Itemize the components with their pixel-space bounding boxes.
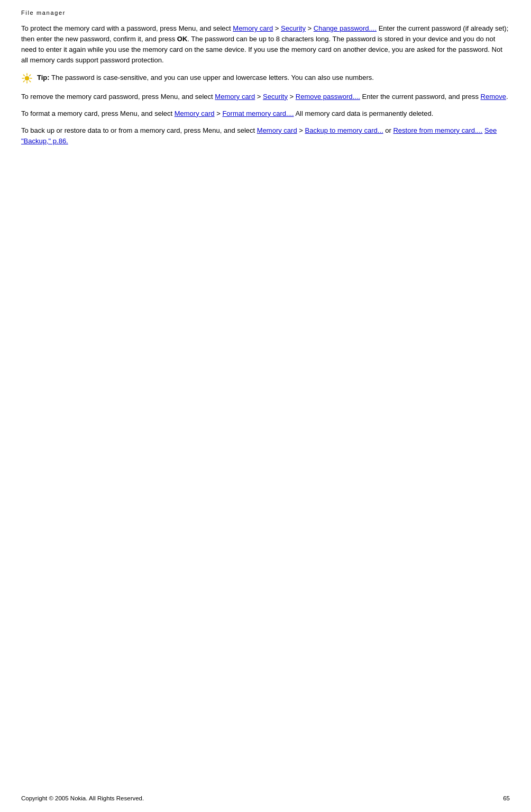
tip-label: Tip:: [37, 74, 50, 81]
change-password-link[interactable]: Change password....: [314, 24, 377, 32]
svg-line-7: [30, 75, 31, 76]
tip-icon: [21, 72, 33, 84]
paragraph-format-card: To format a memory card, press Menu, and…: [21, 108, 510, 119]
tip-text: Tip: The password is case-sensitive, and…: [37, 72, 374, 83]
remove-link[interactable]: Remove: [481, 93, 506, 101]
paragraph-backup-restore: To back up or restore data to or from a …: [21, 125, 510, 147]
page-container: File manager To protect the memory card …: [0, 0, 531, 174]
memory-card-link-1[interactable]: Memory card: [233, 24, 273, 32]
memory-card-link-4[interactable]: Memory card: [257, 126, 297, 134]
para2-gt1: >: [255, 93, 263, 101]
para2-gt2: >: [288, 93, 296, 101]
paragraph-remove-password: To remove the memory card password, pres…: [21, 92, 510, 102]
para2-after-remove: Enter the current password, and press: [360, 93, 481, 101]
content-area: To protect the memory card with a passwo…: [21, 23, 510, 147]
header-title: File manager: [21, 10, 66, 16]
paragraph-protect-password: To protect the memory card with a passwo…: [21, 23, 510, 66]
para1-before: To protect the memory card with a passwo…: [21, 24, 233, 32]
tip-box: Tip: The password is case-sensitive, and…: [21, 72, 510, 84]
svg-point-0: [25, 76, 29, 80]
footer-copyright: Copyright © 2005 Nokia. All Rights Reser…: [21, 795, 144, 801]
ok-bold: OK: [177, 35, 188, 43]
para4-middle: or: [383, 126, 393, 134]
restore-from-memory-card-link[interactable]: Restore from memory card....: [393, 126, 482, 134]
footer-page-number: 65: [503, 795, 510, 801]
memory-card-link-3[interactable]: Memory card: [175, 110, 215, 117]
svg-line-6: [30, 80, 31, 81]
remove-password-link[interactable]: Remove password....: [296, 93, 360, 101]
page-header: File manager: [21, 10, 510, 16]
footer: Copyright © 2005 Nokia. All Rights Reser…: [21, 795, 510, 801]
para3-gt1: >: [215, 110, 223, 117]
para4-gt1: >: [297, 126, 305, 134]
backup-to-memory-card-link[interactable]: Backup to memory card...: [305, 126, 383, 134]
security-link-1[interactable]: Security: [281, 24, 306, 32]
para3-before: To format a memory card, press Menu, and…: [21, 110, 175, 117]
para2-period: .: [506, 93, 508, 101]
para2-before: To remove the memory card password, pres…: [21, 93, 215, 101]
svg-line-5: [23, 75, 24, 76]
para4-before: To back up or restore data to or from a …: [21, 126, 257, 134]
memory-card-link-2[interactable]: Memory card: [215, 93, 255, 101]
format-memory-card-link[interactable]: Format memory card....: [222, 110, 294, 117]
tip-svg-icon: [21, 72, 33, 84]
para3-after: All memory card data is permanently dele…: [294, 110, 434, 117]
svg-line-8: [23, 80, 24, 81]
para1-gt2: >: [306, 24, 314, 32]
security-link-2[interactable]: Security: [263, 93, 288, 101]
para1-gt1: >: [273, 24, 281, 32]
tip-content: The password is case-sensitive, and you …: [50, 74, 374, 81]
